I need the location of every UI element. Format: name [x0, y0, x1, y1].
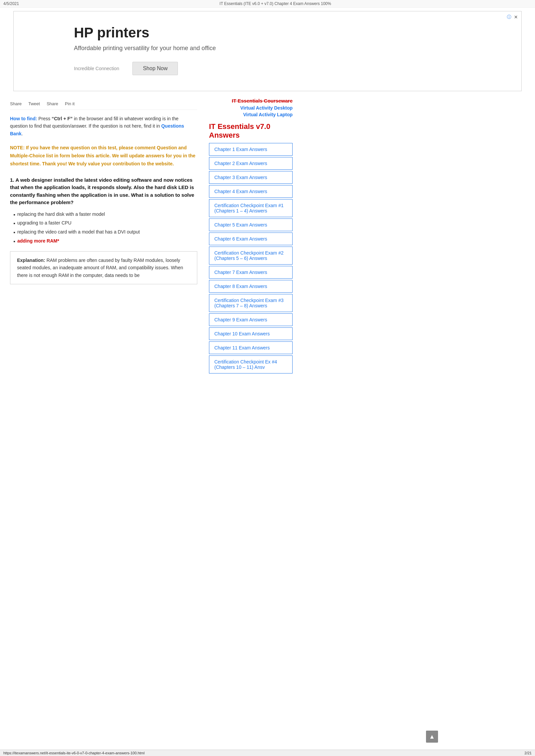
tweet-button[interactable]: Tweet — [28, 101, 40, 106]
chapter-box-6[interactable]: Chapter 5 Exam Answers — [209, 218, 293, 231]
chapter-box-7[interactable]: Chapter 6 Exam Answers — [209, 233, 293, 245]
note-text: NOTE: If you have the new question on th… — [10, 145, 195, 166]
share-button-2[interactable]: Share — [46, 101, 58, 106]
page-title: IT Essentials (ITE v6.0 + v7.0) Chapter … — [220, 1, 331, 6]
ad-footer: Incredible Connection Shop Now — [74, 62, 511, 75]
chapter-box-10[interactable]: Chapter 8 Exam Answers — [209, 280, 293, 293]
question-1-title: 1. A web designer installed the latest v… — [10, 176, 197, 206]
virtual-activity-laptop-link[interactable]: Virtual Activity Laptop — [209, 112, 293, 117]
chapter-box-1[interactable]: Chapter 1 Exam Answers — [209, 143, 293, 156]
answer-text-1: replacing the hard disk with a faster mo… — [17, 211, 105, 217]
sidebar: IT Essentials Courseware Virtual Activit… — [204, 95, 298, 378]
answer-text-2: upgrading to a faster CPU — [17, 220, 72, 225]
ad-title: HP printers — [74, 25, 511, 41]
content-area: Share Tweet Share Pin it How to find: Pr… — [3, 95, 204, 378]
answer-item-1: ▪ replacing the hard disk with a faster … — [13, 210, 197, 219]
chapter-box-11[interactable]: Certification Checkpoint Exam #3 (Chapte… — [209, 294, 293, 312]
chapter-box-14[interactable]: Chapter 11 Exam Answers — [209, 341, 293, 354]
how-to-find-text3: . — [21, 131, 23, 136]
question-1-number: 1. — [10, 177, 14, 183]
social-bar: Share Tweet Share Pin it — [10, 98, 197, 110]
chapter-box-8[interactable]: Certification Checkpoint Exam #2 (Chapte… — [209, 247, 293, 265]
chapter-box-4[interactable]: Chapter 4 Exam Answers — [209, 185, 293, 198]
how-to-find-section: How to find: Press “Ctrl + F” in the bro… — [10, 115, 197, 137]
share-button-1[interactable]: Share — [10, 101, 22, 106]
answer-item-3: ▪ replacing the video card with a model … — [13, 228, 197, 237]
answer-item-2: ▪ upgrading to a faster CPU — [13, 219, 197, 228]
explanation-box: Explanation: RAM problems are often caus… — [10, 251, 197, 284]
answer-text-4-correct: adding more RAM* — [17, 238, 59, 244]
answer-list: ▪ replacing the hard disk with a faster … — [10, 210, 197, 246]
bullet-icon-4: ▪ — [13, 238, 15, 245]
chapter-box-15[interactable]: Certification Checkpoint Ex #4 (Chapters… — [209, 355, 293, 373]
ite-section-title: IT Essentials v7.0 Answers — [209, 122, 293, 140]
ad-subtitle: Affordable printing versatility for your… — [74, 45, 511, 52]
ctrl-f-text: “Ctrl + F” — [51, 116, 73, 121]
virtual-activity-desktop-link[interactable]: Virtual Activity Desktop — [209, 105, 293, 111]
chapter-box-2[interactable]: Chapter 2 Exam Answers — [209, 157, 293, 170]
ad-brand: Incredible Connection — [74, 66, 119, 71]
date-label: 4/5/2021 — [3, 1, 19, 6]
note-box: NOTE: If you have the new question on th… — [10, 144, 197, 168]
chapter-box-12[interactable]: Chapter 9 Exam Answers — [209, 313, 293, 326]
answer-item-4: ▪ adding more RAM* — [13, 237, 197, 246]
how-to-find-text1: Press — [37, 116, 52, 121]
explanation-label: Explanation: — [17, 258, 45, 263]
bullet-icon-2: ▪ — [13, 220, 15, 227]
chapter-box-13[interactable]: Chapter 10 Exam Answers — [209, 327, 293, 340]
top-bar: 4/5/2021 IT Essentials (ITE v6.0 + v7.0)… — [0, 0, 535, 8]
main-layout: Share Tweet Share Pin it How to find: Pr… — [0, 95, 535, 378]
how-to-find-label: How to find: — [10, 116, 37, 121]
ad-controls: ⓘ ✕ — [507, 14, 518, 20]
ad-close-button[interactable]: ✕ — [514, 14, 518, 20]
ad-cta-button[interactable]: Shop Now — [132, 62, 178, 75]
ad-banner: ⓘ ✕ HP printers Affordable printing vers… — [13, 11, 522, 91]
bullet-icon-3: ▪ — [13, 229, 15, 236]
sidebar-top-links: IT Essentials Courseware Virtual Activit… — [209, 98, 293, 117]
bullet-icon-1: ▪ — [13, 211, 15, 218]
question-1-text: A web designer installed the latest vide… — [10, 177, 194, 205]
ad-info-icon[interactable]: ⓘ — [507, 14, 511, 20]
answer-text-3: replacing the video card with a model th… — [17, 229, 140, 235]
chapter-box-3[interactable]: Chapter 3 Exam Answers — [209, 171, 293, 184]
chapter-list: Chapter 1 Exam AnswersChapter 2 Exam Ans… — [209, 143, 293, 373]
chapter-box-9[interactable]: Chapter 7 Exam Answers — [209, 266, 293, 279]
sidebar-top-title: IT Essentials Courseware — [209, 98, 293, 104]
pin-button[interactable]: Pin it — [65, 101, 75, 106]
chapter-box-5[interactable]: Certification Checkpoint Exam #1 (Chapte… — [209, 199, 293, 217]
